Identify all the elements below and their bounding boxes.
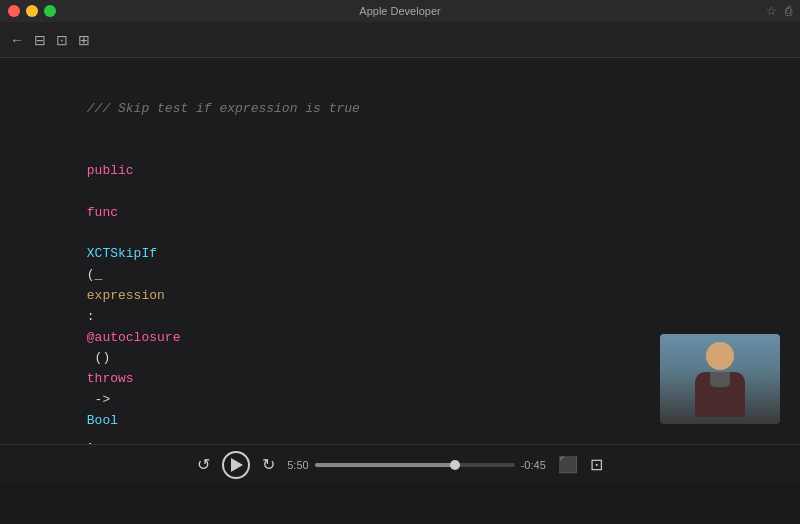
presenter-silhouette bbox=[690, 342, 750, 417]
title-bar: Apple Developer ☆ ⎙ bbox=[0, 0, 800, 22]
back-icon[interactable]: ← bbox=[10, 32, 24, 48]
main-content: /// Skip test if expression is true publ… bbox=[0, 58, 800, 484]
bookmark-icon[interactable]: ☆ bbox=[766, 4, 777, 18]
time-current: 5:50 bbox=[287, 459, 308, 471]
play-triangle-icon bbox=[231, 458, 243, 472]
control-bar: ↺ ↻ 5:50 -0:45 ⬛ ⊡ bbox=[0, 444, 800, 484]
rewind-icon[interactable]: ↺ bbox=[197, 455, 210, 474]
video-thumbnail bbox=[660, 334, 780, 424]
toolbar: ← ⊟ ⊡ ⊞ bbox=[0, 22, 800, 58]
time-remaining: -0:45 bbox=[521, 459, 546, 471]
maximize-button[interactable] bbox=[44, 5, 56, 17]
forward-icon[interactable]: ↻ bbox=[262, 455, 275, 474]
pip-icon[interactable]: ⊡ bbox=[590, 455, 603, 474]
airplay-icon[interactable]: ⬛ bbox=[558, 455, 578, 474]
person-head bbox=[706, 342, 734, 370]
pip-toolbar-icon[interactable]: ⊞ bbox=[78, 32, 90, 48]
code-line-1: /// Skip test if expression is true bbox=[40, 78, 760, 140]
presenter-video bbox=[660, 334, 780, 424]
progress-bar[interactable] bbox=[315, 463, 515, 467]
title-bar-right: ☆ ⎙ bbox=[766, 4, 792, 18]
person-body bbox=[695, 372, 745, 417]
code-line-2: public func XCTSkipIf (_ expression : @a… bbox=[40, 140, 760, 473]
progress-fill bbox=[315, 463, 455, 467]
person-collar bbox=[710, 372, 730, 387]
share-toolbar-icon[interactable]: ⊡ bbox=[56, 32, 68, 48]
progress-container: 5:50 -0:45 bbox=[287, 459, 546, 471]
play-button[interactable] bbox=[222, 451, 250, 479]
progress-thumb[interactable] bbox=[450, 460, 460, 470]
share-icon[interactable]: ⎙ bbox=[785, 4, 792, 18]
traffic-lights bbox=[8, 5, 56, 17]
comment-1: /// Skip test if expression is true bbox=[87, 101, 360, 116]
window-title: Apple Developer bbox=[359, 5, 440, 17]
minimize-button[interactable] bbox=[26, 5, 38, 17]
close-button[interactable] bbox=[8, 5, 20, 17]
sidebar-toggle-icon[interactable]: ⊟ bbox=[34, 32, 46, 48]
